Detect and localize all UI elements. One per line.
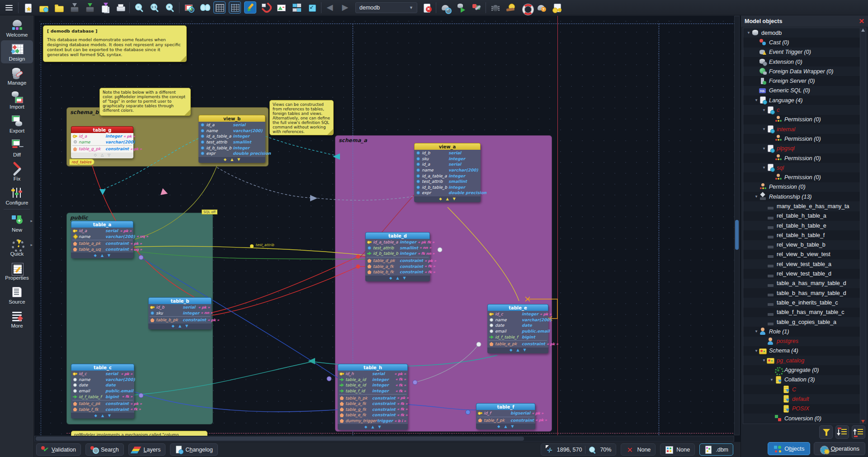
table-table_f[interactable]: table_fid_fbigserial« pk »table_f_pkcons… xyxy=(476,403,535,429)
canvas-vscroll[interactable] xyxy=(734,16,740,435)
sidebar-item-quick[interactable]: Quick▸ xyxy=(1,235,33,258)
expander-icon[interactable]: ▼ xyxy=(761,147,767,151)
tree-item-cast-0-[interactable]: Cast (0) xyxy=(743,38,860,47)
expander-icon[interactable]: ▼ xyxy=(761,127,767,131)
attribs-toggle-icon[interactable]: ◆ xyxy=(94,414,97,418)
tree-item-event-trigger-0-[interactable]: Event Trigger (0) xyxy=(743,48,860,57)
sidebar-item-export[interactable]: Export xyxy=(1,112,33,135)
about-pgmodeler-button[interactable] xyxy=(535,1,547,14)
tag-red_tables[interactable]: red_tables xyxy=(69,159,94,165)
filter-objects-button[interactable] xyxy=(819,425,833,439)
expand-icon[interactable]: ▼ xyxy=(108,414,111,418)
view-view_a[interactable]: view_aid_bserialskuintegerid_aserialname… xyxy=(414,143,481,202)
tree-item-rel_table_h_table_a[interactable]: rel_table_h_table_a xyxy=(743,211,860,221)
tree-item-internal[interactable]: ▼internal xyxy=(743,124,860,134)
table-table_h[interactable]: table_hid_hserial« pk »table_a_idinteger… xyxy=(338,364,408,430)
note-views[interactable]: Views can be constructed from references… xyxy=(269,100,334,135)
collapse-icon[interactable]: ▲ xyxy=(101,414,104,418)
expand-all-button[interactable] xyxy=(852,425,865,439)
zoom-original-button[interactable] xyxy=(148,1,160,14)
compact-view-button[interactable] xyxy=(306,1,318,14)
table-table_e[interactable]: table_eid_cinteger« pk »namevarchar(200)… xyxy=(487,304,548,353)
model-selector-dropdown[interactable]: demodb▼ xyxy=(355,2,417,13)
expand-icon[interactable]: ▼ xyxy=(453,197,456,201)
nav-back-button[interactable] xyxy=(325,1,337,14)
tree-item-permission-0-[interactable]: Permission (0) xyxy=(743,134,860,143)
attribs-toggle-icon[interactable]: ◆ xyxy=(172,324,175,328)
collapse-icon[interactable]: ▲ xyxy=(504,425,507,428)
export-to-server-button[interactable] xyxy=(455,1,467,14)
open-recent-button[interactable] xyxy=(37,1,49,14)
open-model-button[interactable] xyxy=(52,1,65,14)
report-bug-button[interactable] xyxy=(489,1,501,14)
collapse-icon[interactable]: ▲ xyxy=(396,276,399,280)
expander-icon[interactable]: ▼ xyxy=(769,378,774,382)
collapse-icon[interactable]: △ xyxy=(101,153,104,157)
layers-button[interactable]: Layers xyxy=(128,443,166,456)
tree-item-rel_view_b_table_b[interactable]: rel_view_b_table_b xyxy=(743,240,860,250)
design-canvas[interactable]: schema_b public schema_a xyxy=(34,16,741,442)
tree-item-permission-0-[interactable]: Permission (0) xyxy=(743,115,860,124)
close-model-button[interactable] xyxy=(420,1,433,14)
tree-item-rel_table_h_table_f[interactable]: rel_table_h_table_f xyxy=(743,230,860,240)
changelog-button[interactable]: Changelog xyxy=(170,443,217,456)
tree-item-demodb[interactable]: ▼demodb xyxy=(743,28,860,38)
attribs-toggle-icon[interactable]: ◆ xyxy=(509,348,512,352)
alerts-box[interactable]: None xyxy=(621,443,656,456)
tree-item-table_f_has_many_table_c[interactable]: table_f_has_many_table_c xyxy=(743,308,860,317)
tree-item-foreign-server-0-[interactable]: Foreign Server (0) xyxy=(743,76,860,86)
tree-item-table_e_inherits_table_c[interactable]: table_e_inherits_table_c xyxy=(743,298,860,307)
tree-item-sql[interactable]: ▼sql xyxy=(743,163,860,172)
nav-forward-button[interactable] xyxy=(340,1,352,14)
sidebar-item-more[interactable]: More xyxy=(1,307,33,330)
table-table_d[interactable]: table_did_a_table_ainteger« pk fk »test_… xyxy=(365,232,430,281)
tree-item-c[interactable]: ▼c xyxy=(743,105,860,114)
show-grid-button[interactable] xyxy=(213,1,226,14)
model-overview-button[interactable] xyxy=(183,1,195,14)
tree-item-role-1-[interactable]: ▼Role (1) xyxy=(743,327,860,336)
tree-item-permission-0-[interactable]: Permission (0) xyxy=(743,153,860,163)
expand-icon[interactable]: ▼ xyxy=(511,425,514,428)
expander-icon[interactable]: ▼ xyxy=(761,166,767,170)
attribs-toggle-icon[interactable]: ◆ xyxy=(364,425,367,429)
tree-item-posix[interactable]: POSIX xyxy=(743,404,860,414)
tree-item-foreign-data-wrapper-0-[interactable]: Foreign Data Wrapper (0) xyxy=(743,67,860,76)
sidebar-item-manage[interactable]: Manage xyxy=(1,64,33,87)
close-panel-icon[interactable]: ✕ xyxy=(859,17,864,25)
support-button[interactable] xyxy=(520,1,532,14)
tree-item-c[interactable]: C xyxy=(743,385,860,394)
magnet-tool-button[interactable] xyxy=(259,1,272,14)
tree-item-rel_table_h_table_e[interactable]: rel_table_h_table_e xyxy=(743,221,860,230)
print-model-button[interactable] xyxy=(114,1,126,14)
expander-icon[interactable]: ▼ xyxy=(754,195,759,199)
expander-icon[interactable]: ▼ xyxy=(746,31,751,35)
fix-model-button[interactable] xyxy=(470,1,482,14)
tree-item-plpgsql[interactable]: ▼plpgsql xyxy=(743,144,860,153)
expand-icon[interactable]: ▼ xyxy=(403,276,406,280)
search-button[interactable]: Search xyxy=(85,443,124,456)
expand-icon[interactable]: ▼ xyxy=(237,158,240,162)
attribs-toggle-icon[interactable]: ◆ xyxy=(224,158,226,162)
table-table_a[interactable]: table_aid_aserial« pk »namevarchar(200)«… xyxy=(71,221,133,258)
export-model-button[interactable] xyxy=(99,1,111,14)
tree-item-extension-0-[interactable]: Extension (0) xyxy=(743,57,860,67)
tree-item-many_table_e_has_many_ta[interactable]: many_table_e_has_many_ta xyxy=(743,201,860,211)
model-objects-tree[interactable]: ▼demodbCast (0)Event Trigger (0)Extensio… xyxy=(743,28,866,424)
expand-icon[interactable]: ▼ xyxy=(108,254,110,257)
tree-item-default[interactable]: default xyxy=(743,394,860,404)
tree-item-table_a_has_many_table_d[interactable]: table_a_has_many_table_d xyxy=(743,279,860,288)
expand-icon[interactable]: ▼ xyxy=(524,348,526,352)
collapse-icon[interactable]: ▲ xyxy=(231,158,233,162)
objects-tab-button[interactable]: Objects xyxy=(768,442,810,455)
tree-item-table_g_copies_table_a[interactable]: table_g_copies_table_a xyxy=(743,317,860,327)
show-page-delimiters-button[interactable] xyxy=(229,1,241,14)
sidebar-item-welcome[interactable]: Welcome xyxy=(1,16,33,39)
new-model-button[interactable] xyxy=(22,1,34,14)
table-table_g[interactable]: table_gid_ainteger« pk »namevarchar(200)… xyxy=(71,126,133,158)
objects-view-button[interactable] xyxy=(275,1,287,14)
attribs-toggle-icon[interactable]: ◆ xyxy=(439,197,442,201)
sidebar-item-design[interactable]: Design xyxy=(1,40,33,63)
license-button[interactable] xyxy=(551,1,563,14)
expander-icon[interactable]: ▼ xyxy=(754,329,759,333)
table-table_b[interactable]: table_bid_bserial« pk »skuinteger« nn »t… xyxy=(148,297,212,329)
